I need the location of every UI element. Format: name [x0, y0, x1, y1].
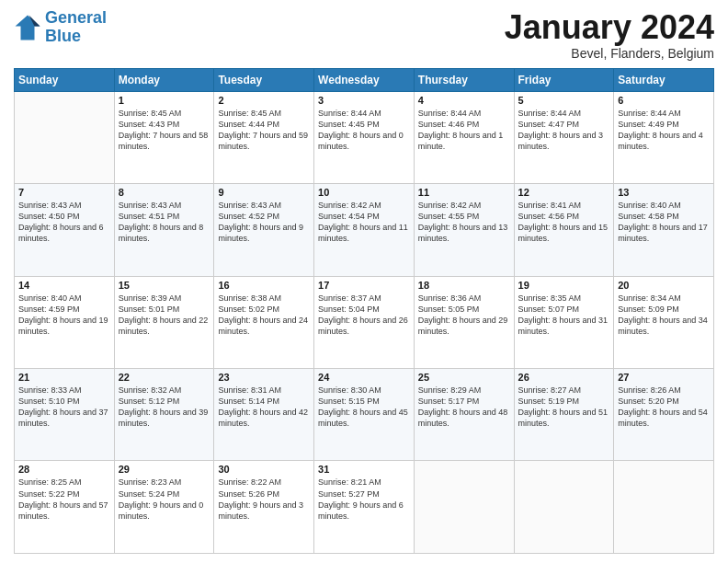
day-number: 13 [618, 187, 710, 198]
header-thursday: Thursday [414, 68, 514, 91]
table-row: 28 Sunrise: 8:25 AMSunset: 5:22 PMDaylig… [15, 461, 115, 554]
logo-icon [14, 14, 41, 41]
table-row: 16 Sunrise: 8:38 AMSunset: 5:02 PMDaylig… [214, 276, 314, 368]
table-row: 17 Sunrise: 8:37 AMSunset: 5:04 PMDaylig… [314, 276, 415, 368]
day-detail: Sunrise: 8:42 AMSunset: 4:55 PMDaylight:… [418, 201, 508, 243]
day-detail: Sunrise: 8:30 AMSunset: 5:15 PMDaylight:… [318, 385, 408, 428]
header: General Blue January 2024 Bevel, Flander… [14, 9, 714, 61]
table-row: 6 Sunrise: 8:44 AMSunset: 4:49 PMDayligh… [614, 91, 714, 183]
table-row: 14 Sunrise: 8:40 AMSunset: 4:59 PMDaylig… [15, 276, 115, 368]
table-row [15, 91, 115, 183]
svg-marker-0 [16, 15, 40, 40]
calendar-table: Sunday Monday Tuesday Wednesday Thursday… [14, 68, 714, 554]
day-detail: Sunrise: 8:27 AMSunset: 5:19 PMDaylight:… [518, 385, 609, 428]
day-number: 9 [218, 187, 310, 198]
day-number: 12 [518, 187, 610, 198]
table-row: 29 Sunrise: 8:23 AMSunset: 5:24 PMDaylig… [114, 461, 214, 554]
day-detail: Sunrise: 8:43 AMSunset: 4:51 PMDaylight:… [119, 201, 204, 243]
header-monday: Monday [114, 68, 214, 91]
day-detail: Sunrise: 8:33 AMSunset: 5:10 PMDaylight:… [18, 385, 108, 428]
day-number: 14 [18, 280, 110, 291]
day-detail: Sunrise: 8:39 AMSunset: 5:01 PMDaylight:… [119, 293, 209, 336]
day-detail: Sunrise: 8:43 AMSunset: 4:52 PMDaylight:… [218, 201, 303, 243]
day-number: 18 [418, 280, 510, 291]
day-number: 23 [218, 372, 310, 383]
header-wednesday: Wednesday [314, 68, 415, 91]
day-detail: Sunrise: 8:42 AMSunset: 4:54 PMDaylight:… [318, 201, 408, 243]
table-row: 12 Sunrise: 8:41 AMSunset: 4:56 PMDaylig… [514, 184, 614, 276]
month-title: January 2024 [505, 9, 714, 46]
day-number: 31 [318, 464, 410, 475]
day-number: 10 [318, 187, 410, 198]
calendar-week-row: 7 Sunrise: 8:43 AMSunset: 4:50 PMDayligh… [15, 184, 714, 276]
table-row: 3 Sunrise: 8:44 AMSunset: 4:45 PMDayligh… [314, 91, 415, 183]
day-detail: Sunrise: 8:45 AMSunset: 4:43 PMDaylight:… [119, 109, 209, 151]
day-number: 30 [218, 464, 310, 475]
day-number: 11 [418, 187, 510, 198]
day-detail: Sunrise: 8:40 AMSunset: 4:58 PMDaylight:… [618, 201, 708, 243]
table-row [614, 461, 714, 554]
table-row: 20 Sunrise: 8:34 AMSunset: 5:09 PMDaylig… [614, 276, 714, 368]
day-number: 27 [618, 372, 710, 383]
calendar-week-row: 28 Sunrise: 8:25 AMSunset: 5:22 PMDaylig… [15, 461, 714, 554]
day-detail: Sunrise: 8:25 AMSunset: 5:22 PMDaylight:… [18, 477, 108, 520]
table-row: 9 Sunrise: 8:43 AMSunset: 4:52 PMDayligh… [214, 184, 314, 276]
header-sunday: Sunday [15, 68, 115, 91]
table-row: 25 Sunrise: 8:29 AMSunset: 5:17 PMDaylig… [414, 369, 514, 461]
header-saturday: Saturday [614, 68, 714, 91]
day-number: 25 [418, 372, 510, 383]
day-number: 4 [418, 95, 510, 106]
table-row: 21 Sunrise: 8:33 AMSunset: 5:10 PMDaylig… [15, 369, 115, 461]
calendar-week-row: 21 Sunrise: 8:33 AMSunset: 5:10 PMDaylig… [15, 369, 714, 461]
day-detail: Sunrise: 8:21 AMSunset: 5:27 PMDaylight:… [318, 477, 404, 520]
table-row: 8 Sunrise: 8:43 AMSunset: 4:51 PMDayligh… [114, 184, 214, 276]
table-row: 19 Sunrise: 8:35 AMSunset: 5:07 PMDaylig… [514, 276, 614, 368]
table-row: 22 Sunrise: 8:32 AMSunset: 5:12 PMDaylig… [114, 369, 214, 461]
logo-line1: General [45, 8, 107, 27]
logo-line2: Blue [45, 27, 81, 45]
day-number: 3 [318, 95, 410, 106]
day-detail: Sunrise: 8:41 AMSunset: 4:56 PMDaylight:… [518, 201, 609, 243]
day-detail: Sunrise: 8:38 AMSunset: 5:02 PMDaylight:… [218, 293, 308, 336]
table-row: 10 Sunrise: 8:42 AMSunset: 4:54 PMDaylig… [314, 184, 415, 276]
day-detail: Sunrise: 8:26 AMSunset: 5:20 PMDaylight:… [618, 385, 708, 428]
day-number: 26 [518, 372, 610, 383]
day-number: 8 [119, 187, 210, 198]
day-detail: Sunrise: 8:44 AMSunset: 4:45 PMDaylight:… [318, 109, 404, 151]
table-row: 13 Sunrise: 8:40 AMSunset: 4:58 PMDaylig… [614, 184, 714, 276]
table-row: 4 Sunrise: 8:44 AMSunset: 4:46 PMDayligh… [414, 91, 514, 183]
day-detail: Sunrise: 8:44 AMSunset: 4:49 PMDaylight:… [618, 109, 703, 151]
table-row: 27 Sunrise: 8:26 AMSunset: 5:20 PMDaylig… [614, 369, 714, 461]
header-tuesday: Tuesday [214, 68, 314, 91]
day-detail: Sunrise: 8:36 AMSunset: 5:05 PMDaylight:… [418, 293, 508, 336]
header-friday: Friday [514, 68, 614, 91]
day-detail: Sunrise: 8:45 AMSunset: 4:44 PMDaylight:… [218, 109, 308, 151]
day-number: 21 [18, 372, 110, 383]
day-number: 15 [119, 280, 210, 291]
table-row: 31 Sunrise: 8:21 AMSunset: 5:27 PMDaylig… [314, 461, 415, 554]
table-row: 7 Sunrise: 8:43 AMSunset: 4:50 PMDayligh… [15, 184, 115, 276]
table-row: 1 Sunrise: 8:45 AMSunset: 4:43 PMDayligh… [114, 91, 214, 183]
table-row: 23 Sunrise: 8:31 AMSunset: 5:14 PMDaylig… [214, 369, 314, 461]
day-detail: Sunrise: 8:35 AMSunset: 5:07 PMDaylight:… [518, 293, 609, 336]
day-number: 24 [318, 372, 410, 383]
page: General Blue January 2024 Bevel, Flander… [0, 0, 728, 563]
table-row: 30 Sunrise: 8:22 AMSunset: 5:26 PMDaylig… [214, 461, 314, 554]
day-detail: Sunrise: 8:23 AMSunset: 5:24 PMDaylight:… [119, 477, 204, 520]
table-row: 2 Sunrise: 8:45 AMSunset: 4:44 PMDayligh… [214, 91, 314, 183]
logo: General Blue [14, 9, 107, 46]
day-number: 6 [618, 95, 710, 106]
day-detail: Sunrise: 8:34 AMSunset: 5:09 PMDaylight:… [618, 293, 708, 336]
day-number: 2 [218, 95, 310, 106]
day-detail: Sunrise: 8:40 AMSunset: 4:59 PMDaylight:… [18, 293, 108, 336]
day-detail: Sunrise: 8:22 AMSunset: 5:26 PMDaylight:… [218, 477, 303, 520]
day-number: 20 [618, 280, 710, 291]
table-row: 11 Sunrise: 8:42 AMSunset: 4:55 PMDaylig… [414, 184, 514, 276]
table-row: 5 Sunrise: 8:44 AMSunset: 4:47 PMDayligh… [514, 91, 614, 183]
day-number: 1 [119, 95, 210, 106]
calendar-header-row: Sunday Monday Tuesday Wednesday Thursday… [15, 68, 714, 91]
day-detail: Sunrise: 8:32 AMSunset: 5:12 PMDaylight:… [119, 385, 209, 428]
calendar-week-row: 14 Sunrise: 8:40 AMSunset: 4:59 PMDaylig… [15, 276, 714, 368]
table-row [514, 461, 614, 554]
day-number: 19 [518, 280, 610, 291]
